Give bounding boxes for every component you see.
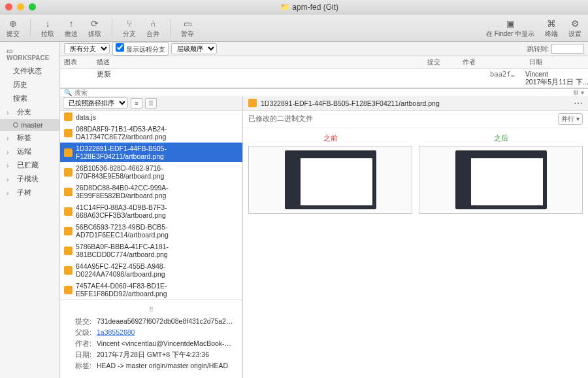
sidebar-subtree[interactable]: ›子树	[0, 186, 59, 199]
diff-file-path: 1D322891-EDF1-44FB-B505-F128E3F04211/art…	[261, 99, 440, 107]
before-preview	[248, 146, 412, 214]
more-icon[interactable]: ⋯	[574, 98, 583, 109]
workspace-header: ▭ WORKSPACE	[0, 44, 59, 64]
fetch-button[interactable]: ⟳抓取	[88, 18, 101, 39]
file-row[interactable]: 7457AE44-D060-4F83-BD1E-E5FE1F86DD92/art…	[60, 280, 242, 300]
merge-button[interactable]: ⑃合并	[146, 18, 159, 39]
file-icon	[248, 99, 257, 107]
file-row[interactable]: 088DA8F9-71B1-4D53-AB24-DA17347C8E72/art…	[60, 123, 242, 143]
file-sort-select[interactable]: 已按照路径排序	[63, 97, 128, 109]
minimize-icon[interactable]	[17, 3, 24, 10]
sidebar: ▭ WORKSPACE 文件状态 历史 搜索 ›分支master›标签›远端›已…	[0, 42, 60, 378]
sidebar-search[interactable]: 搜索	[0, 92, 59, 105]
sidebar-history[interactable]: 历史	[0, 78, 59, 92]
close-icon[interactable]	[5, 3, 12, 10]
sidebar-circle[interactable]: master	[0, 119, 59, 131]
terminal-button[interactable]: ⌘终端	[545, 18, 558, 39]
jump-label: 跳转到:	[527, 44, 549, 54]
zoom-icon[interactable]	[29, 3, 36, 10]
commit-meta: !! 提交:731deaea56927f6072db08e8f431c2d75a…	[60, 300, 242, 378]
after-preview	[419, 146, 583, 214]
meta-date: 2017年7月28日 GMT+8 下午4:23:36	[97, 351, 236, 360]
file-row[interactable]: data.js	[60, 111, 242, 123]
filter-bar: 所有分支 显示远程分支 层级顺序 跳转到:	[60, 42, 588, 56]
after-label: 之后	[419, 133, 583, 143]
col-graph[interactable]: 图表	[60, 56, 93, 68]
search-icon: 🔍	[64, 89, 72, 96]
finder-button[interactable]: ▣在 Finder 中显示	[486, 18, 534, 39]
view-tree-icon[interactable]: ☰	[145, 98, 157, 109]
commit-search-bar: 🔍 ⚙ ▾	[60, 88, 588, 96]
meta-tags: HEAD -> master origin/master origin/HEAD	[97, 362, 236, 371]
push-button[interactable]: ↑推送	[65, 18, 78, 39]
binary-notice: 已修改的二进制文件	[248, 114, 313, 124]
commit-search-input[interactable]	[74, 89, 569, 96]
file-panel: 已按照路径排序 ≡ ☰ data.js088DA8F9-71B1-4D53-AB…	[60, 96, 243, 378]
meta-author: Vincent <vincentlau@VincentdeMacBook-Pro…	[97, 339, 236, 349]
sidebar-submod[interactable]: ›子模块	[0, 172, 59, 186]
branch-filter[interactable]: 所有分支	[64, 43, 110, 54]
file-row[interactable]: 644A95FC-42F2-455B-A948-D0224AA74098/art…	[60, 260, 242, 280]
commit-button[interactable]: ⊕提交	[7, 18, 20, 39]
sidebar-branch[interactable]: ›分支	[0, 105, 59, 119]
parent-link[interactable]: 1a38552680	[97, 328, 135, 336]
file-row[interactable]: 5786BA0F-BBBA-41FC-A181-381BCDD0C774/art…	[60, 241, 242, 260]
diff-panel: 1D322891-EDF1-44FB-B505-F128E3F04211/art…	[243, 96, 588, 378]
sidebar-tag[interactable]: ›标签	[0, 131, 59, 145]
gear-icon[interactable]: ⚙ ▾	[573, 89, 584, 96]
commit-list: 图表 描述 提交 作者 日期 更新baa2f29Vincent 2017年5月1…	[60, 56, 588, 88]
toolbar: ⊕提交 ↓拉取 ↑推送 ⟳抓取 ⑂分支 ⑃合并 ▭暂存 ▣在 Finder 中显…	[0, 14, 588, 42]
commit-row[interactable]: 更新baa2f29Vincent 2017年5月11日 下...	[60, 69, 588, 88]
stash-button[interactable]: ▭暂存	[181, 18, 194, 39]
col-commit[interactable]: 提交	[423, 56, 459, 68]
pull-button[interactable]: ↓拉取	[41, 18, 54, 39]
view-mode-select[interactable]: 并行 ▾	[558, 113, 583, 125]
meta-commit-hash: 731deaea56927f6072db08e8f431c2d75a2b98e.…	[97, 317, 236, 326]
file-row[interactable]: 41C14FF0-88A3-4D9B-B7F3-668A63CFF3B3/art…	[60, 201, 242, 221]
sidebar-stash[interactable]: ›已贮藏	[0, 158, 59, 172]
file-row[interactable]: 1D322891-EDF1-44FB-B505-F128E3F04211/art…	[60, 143, 242, 162]
file-row[interactable]: 56BC6593-7213-49BD-BCB5-AD7D1F6EEC14/art…	[60, 221, 242, 241]
remote-toggle[interactable]: 显示远程分支	[112, 42, 169, 56]
window-controls	[5, 3, 36, 10]
file-row[interactable]: 26D8DC88-84B0-42CC-999A-3E99F8E582BD/art…	[60, 182, 242, 201]
sidebar-remote[interactable]: ›远端	[0, 145, 59, 158]
file-row[interactable]: 26B10536-828D-4662-9716-070F843E9E58/art…	[60, 162, 242, 182]
branch-button[interactable]: ⑂分支	[123, 18, 136, 39]
col-date[interactable]: 日期	[525, 56, 588, 68]
jump-input[interactable]	[551, 44, 584, 54]
settings-button[interactable]: ⚙设置	[568, 18, 581, 39]
col-desc[interactable]: 描述	[93, 56, 423, 68]
sidebar-file-status[interactable]: 文件状态	[0, 64, 59, 78]
view-list-icon[interactable]: ≡	[131, 98, 142, 109]
col-author[interactable]: 作者	[459, 56, 525, 68]
titlebar: 📁 apm-fed (Git)	[0, 0, 588, 14]
before-label: 之前	[248, 133, 412, 143]
window-title: 📁 apm-fed (Git)	[36, 3, 583, 12]
order-filter[interactable]: 层级顺序	[171, 43, 217, 54]
